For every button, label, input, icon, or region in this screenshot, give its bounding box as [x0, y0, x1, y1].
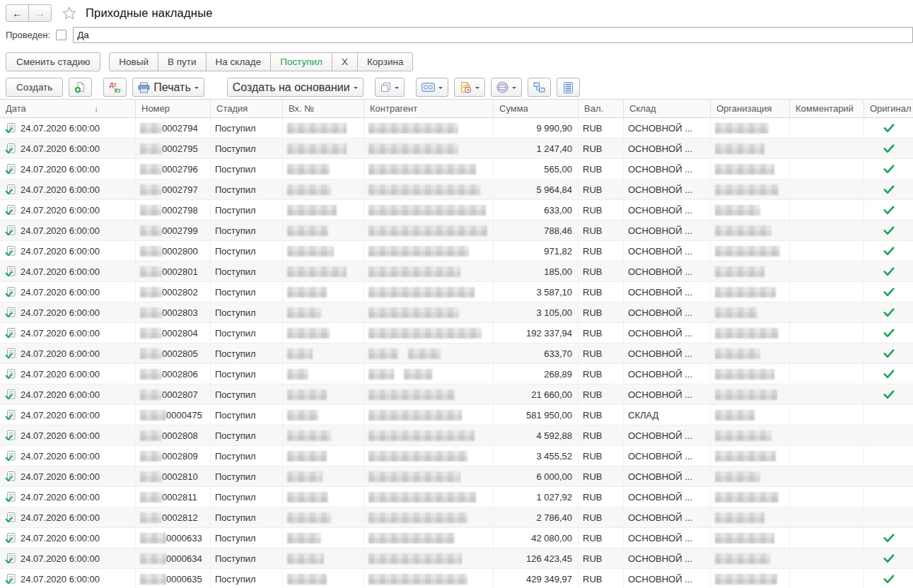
cell-stage: Поступил	[211, 139, 283, 158]
invoice-row[interactable]: 24.07.2020 6:00:000002801Поступил185,00R…	[0, 261, 913, 282]
column-header-comment[interactable]: Комментарий	[790, 100, 864, 117]
cell-stage: Поступил	[211, 384, 283, 404]
column-header-currency[interactable]: Вал.	[578, 100, 624, 117]
invoice-row[interactable]: 24.07.2020 6:00:000002809Поступил3 455,5…	[0, 446, 913, 466]
page-title: Приходные накладные	[86, 6, 213, 20]
cell-comment	[790, 323, 864, 343]
cell-organization	[711, 569, 790, 588]
invoice-row[interactable]: 24.07.2020 6:00:000000634Поступил126 423…	[0, 548, 913, 569]
invoice-row[interactable]: 24.07.2020 6:00:000000633Поступил42 080,…	[0, 528, 913, 548]
create-based-on-button[interactable]: Создать на основании	[227, 78, 364, 97]
stage-tab-5[interactable]: X	[332, 52, 358, 71]
invoice-row[interactable]: 24.07.2020 6:00:000002798Поступил633,00R…	[0, 200, 913, 220]
cell-sum: 3 455,52	[494, 446, 578, 466]
linked-documents-button[interactable]	[375, 78, 405, 97]
cell-stage: Поступил	[211, 200, 283, 220]
dt-kt-button[interactable]: ДтКт	[103, 78, 127, 97]
cell-comment	[790, 425, 864, 445]
invoice-row[interactable]: 24.07.2020 6:00:000002799Поступил788,46R…	[0, 220, 913, 241]
cell-organization	[711, 118, 790, 138]
posted-document-icon	[5, 287, 16, 298]
cell-currency: RUB	[578, 548, 624, 568]
invoice-row[interactable]: 24.07.2020 6:00:000002803Поступил3 105,0…	[0, 302, 913, 323]
original-check-icon	[883, 370, 895, 379]
create-button[interactable]: Создать	[6, 78, 63, 97]
create-copy-button[interactable]	[69, 78, 92, 97]
cell-stage: Поступил	[211, 405, 283, 425]
title-bar: ← → Приходные накладные	[0, 0, 913, 25]
original-check-icon	[883, 206, 895, 215]
cell-incoming-number	[283, 548, 364, 568]
print-button[interactable]: Печать	[132, 78, 204, 97]
redacted-contragent	[368, 246, 469, 257]
invoice-row[interactable]: 24.07.2020 6:00:000002796Поступил565,00R…	[0, 159, 913, 180]
column-header-in_no[interactable]: Вх. №	[283, 100, 364, 117]
stage-tab-6[interactable]: Корзина	[357, 52, 413, 71]
invoice-row[interactable]: 24.07.2020 6:00:000002807Поступил21 660,…	[0, 384, 913, 405]
column-header-number[interactable]: Номер	[136, 100, 211, 117]
column-header-warehouse[interactable]: Склад	[624, 100, 711, 117]
invoice-row[interactable]: 24.07.2020 6:00:000002812Поступил2 786,4…	[0, 507, 913, 528]
invoice-row[interactable]: 24.07.2020 6:00:000002794Поступил9 990,9…	[0, 118, 913, 139]
redacted-contragent	[404, 369, 432, 380]
stage-tab-2[interactable]: В пути	[158, 52, 207, 71]
edo-button[interactable]	[416, 78, 448, 97]
printer-icon	[138, 82, 150, 93]
cell-incoming-number	[283, 487, 364, 507]
favorite-star-button[interactable]	[62, 6, 77, 20]
subordination-structure-button[interactable]	[528, 78, 551, 97]
stage-tab-3[interactable]: На складе	[206, 52, 272, 71]
column-header-contragent[interactable]: Контрагент	[364, 100, 494, 117]
invoice-row[interactable]: 24.07.2020 6:00:000002802Поступил3 587,1…	[0, 282, 913, 302]
invoice-row[interactable]: 24.07.2020 6:00:000002804Поступил192 337…	[0, 323, 913, 343]
invoice-row[interactable]: 24.07.2020 6:00:000002808Поступил4 592,8…	[0, 425, 913, 446]
redacted-contragent	[368, 205, 486, 216]
deadline-tasks-button[interactable]	[454, 78, 485, 97]
posted-filter-checkbox[interactable]	[56, 30, 66, 40]
invoice-row[interactable]: 24.07.2020 6:00:000002806Поступил268,89R…	[0, 364, 913, 384]
invoice-row[interactable]: 24.07.2020 6:00:000000475Поступил581 950…	[0, 405, 913, 425]
stage-tab-4[interactable]: Поступил	[270, 52, 332, 71]
stage-tab-1[interactable]: Новый	[109, 52, 158, 71]
redacted-organization	[715, 348, 760, 359]
original-check-icon	[883, 247, 895, 256]
cell-date: 24.07.2020 6:00:00	[0, 425, 136, 445]
cell-comment	[790, 282, 864, 302]
redacted-number-prefix	[140, 164, 162, 175]
redacted-contragent	[368, 389, 455, 400]
redacted-contragent	[368, 348, 398, 359]
invoice-row[interactable]: 24.07.2020 6:00:000002797Поступил5 964,8…	[0, 180, 913, 200]
cell-incoming-number	[283, 241, 364, 261]
cell-contragent	[364, 548, 494, 568]
column-header-sum[interactable]: Сумма	[494, 100, 578, 117]
change-stage-button[interactable]: Сменить стадию	[6, 52, 100, 71]
cell-currency: RUB	[578, 118, 624, 138]
back-button[interactable]: ←	[6, 4, 29, 22]
invoice-row[interactable]: 24.07.2020 6:00:000002800Поступил971,82R…	[0, 241, 913, 261]
invoice-row[interactable]: 24.07.2020 6:00:000002811Поступил1 027,9…	[0, 487, 913, 507]
cell-original	[864, 384, 913, 404]
cell-number: 0002805	[136, 343, 211, 363]
invoice-row[interactable]: 24.07.2020 6:00:000002810Поступил6 000,0…	[0, 466, 913, 487]
column-header-stage[interactable]: Стадия	[211, 100, 283, 117]
column-header-original[interactable]: Оригинал	[864, 100, 913, 117]
cell-comment	[790, 159, 864, 179]
invoice-row[interactable]: 24.07.2020 6:00:000000635Поступил429 349…	[0, 569, 913, 588]
reports-button[interactable]	[491, 78, 522, 97]
cell-contragent	[364, 466, 494, 486]
column-label: Стадия	[216, 103, 248, 114]
original-check-icon	[883, 185, 895, 194]
column-header-date[interactable]: Дата↓	[0, 100, 136, 117]
forward-button[interactable]: →	[28, 4, 52, 22]
redacted-incoming-number	[287, 471, 322, 482]
posted-filter-input[interactable]	[73, 27, 913, 43]
invoice-row[interactable]: 24.07.2020 6:00:000002805Поступил633,70R…	[0, 343, 913, 364]
cell-comment	[790, 507, 864, 527]
column-header-org[interactable]: Организация	[711, 100, 790, 117]
cell-incoming-number	[283, 425, 364, 445]
list-settings-button[interactable]	[557, 78, 580, 97]
cell-comment	[790, 405, 864, 425]
cell-warehouse: ОСНОВНОЙ ...	[624, 282, 711, 302]
redacted-contragent	[368, 266, 460, 277]
invoice-row[interactable]: 24.07.2020 6:00:000002795Поступил1 247,4…	[0, 139, 913, 159]
